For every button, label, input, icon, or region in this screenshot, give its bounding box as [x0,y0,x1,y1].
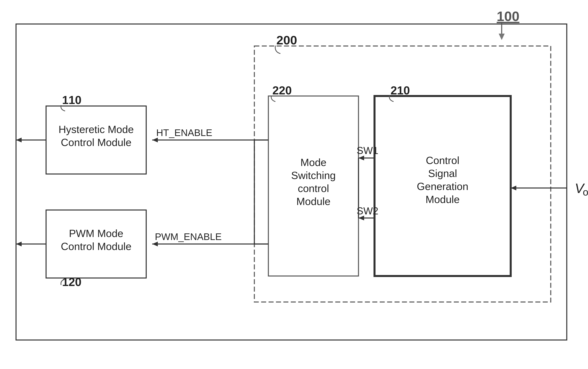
ref-110-label: 110 [62,93,82,106]
ref-220-label: 220 [272,84,292,97]
sw1-label: SW1 [357,145,378,156]
sw2-label: SW2 [357,205,378,217]
ref-200-label: 200 [276,33,297,47]
mode-module-label4: Module [296,196,331,207]
csg-module-label2: Signal [428,168,457,179]
csg-module-label1: Control [426,155,459,166]
pwm-module-label2: Control Module [61,241,132,252]
ref-210-label: 210 [390,84,410,97]
pwm-module-label: PWM Mode [69,228,123,239]
ht-module-label2: Control Module [61,137,132,148]
pwm-enable-label: PWM_ENABLE [155,231,221,242]
main-diagram-svg: 100 200 110 Hysteretic Mode Control Modu… [0,0,588,369]
csg-module-label4: Module [426,194,460,205]
mode-module-label2: Switching [291,170,336,181]
vo-subscript: o [583,187,588,198]
mode-module-label3: control [298,183,329,194]
ref-100-label: 100 [497,9,519,24]
csg-module-label3: Generation [417,181,468,192]
ref-120-label: 120 [62,275,82,289]
diagram-container: 100 200 110 Hysteretic Mode Control Modu… [0,0,588,369]
ht-enable-label: HT_ENABLE [156,127,212,138]
mode-module-label1: Mode [300,157,326,168]
ht-module-label: Hysteretic Mode [58,124,134,135]
